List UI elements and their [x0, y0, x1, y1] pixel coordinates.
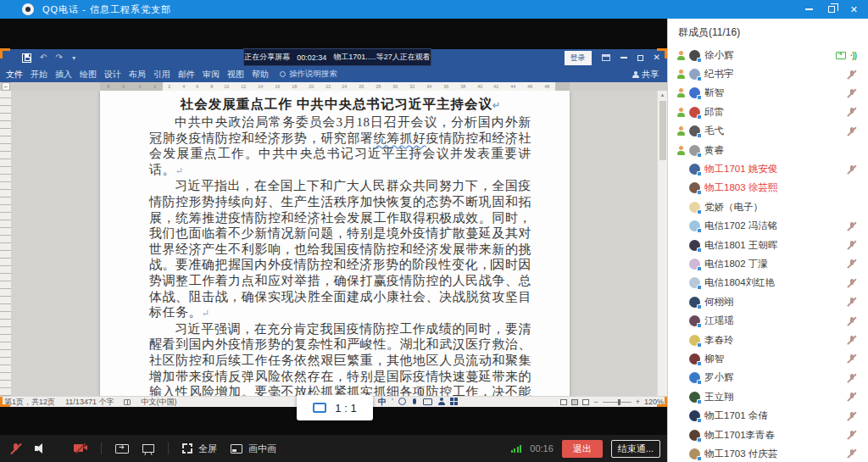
- avatar: [689, 202, 700, 213]
- member-row[interactable]: 邱雷: [668, 103, 868, 121]
- ribbon-tab-9[interactable]: 审阅: [203, 69, 220, 81]
- camera-off-icon[interactable]: [74, 443, 87, 454]
- muted-mic-icon[interactable]: [847, 316, 856, 326]
- word-minimize-icon[interactable]: [620, 57, 627, 58]
- vertical-scrollbar[interactable]: ▲: [657, 91, 667, 396]
- muted-mic-icon[interactable]: [847, 88, 856, 98]
- member-row[interactable]: 罗小辉: [668, 369, 868, 387]
- pen-icon[interactable]: ʼ: [392, 398, 393, 406]
- muted-mic-icon[interactable]: [847, 411, 856, 421]
- muted-mic-icon[interactable]: [847, 392, 856, 402]
- member-row[interactable]: 江瑶瑶: [668, 311, 868, 330]
- picture-in-picture-icon[interactable]: [231, 444, 242, 454]
- person-tray-icon[interactable]: [437, 398, 445, 405]
- member-row[interactable]: 电信1804刘红艳: [668, 274, 868, 292]
- muted-mic-icon[interactable]: [847, 70, 856, 80]
- pip-label[interactable]: 画中画: [248, 443, 276, 455]
- save-icon[interactable]: [22, 53, 31, 63]
- word-login-button[interactable]: 登录: [565, 51, 592, 65]
- ribbon-tab-7[interactable]: 引用: [153, 69, 170, 81]
- tab-stop-selector[interactable]: ⌐: [2, 82, 10, 91]
- mic-tray-icon[interactable]: [413, 398, 416, 404]
- member-row[interactable]: 黄睿: [668, 141, 868, 159]
- muted-mic-icon[interactable]: [847, 353, 856, 364]
- ribbon-tab-5[interactable]: 设计: [104, 69, 121, 81]
- word-count[interactable]: 11/13471 个字: [65, 397, 114, 408]
- muted-mic-icon[interactable]: [847, 278, 856, 288]
- scrollbar-thumb[interactable]: [659, 101, 666, 160]
- word-restore-icon[interactable]: [637, 55, 643, 61]
- member-row[interactable]: 电信1802 丁濛: [668, 254, 868, 273]
- ribbon-tab-11[interactable]: 帮助: [252, 69, 269, 81]
- microphone-muted-icon[interactable]: [10, 443, 21, 455]
- member-row[interactable]: 电信1801 王朝晖: [668, 236, 868, 254]
- language-indicator[interactable]: 中文(中国): [141, 397, 176, 408]
- scroll-up-icon[interactable]: ▲: [658, 91, 667, 97]
- muted-mic-icon[interactable]: [847, 107, 856, 117]
- member-row[interactable]: 何栩翊: [668, 292, 868, 311]
- muted-mic-icon[interactable]: [847, 259, 856, 269]
- ime-indicator[interactable]: 中: [378, 398, 387, 406]
- ribbon-tab-10[interactable]: 视图: [227, 69, 244, 81]
- member-row[interactable]: 电信1702 冯洁铭: [668, 217, 868, 236]
- member-row[interactable]: 物工1701 余倩: [668, 406, 868, 425]
- member-row[interactable]: 物工1803 徐芸熙: [668, 179, 868, 198]
- member-row[interactable]: 毛弋: [668, 122, 868, 141]
- member-row[interactable]: 物工1701 姚安俊: [668, 159, 868, 178]
- fullscreen-icon[interactable]: [182, 443, 192, 454]
- document-page[interactable]: 社会发展重点工作 中共中央总书记习近平主持会议↵ 中共中央政治局常务委员会3月1…: [100, 91, 570, 396]
- minimize-icon[interactable]: [805, 8, 813, 10]
- ribbon-tab-8[interactable]: 邮件: [178, 69, 195, 81]
- fullscreen-label[interactable]: 全屏: [198, 443, 217, 455]
- member-row[interactable]: 李春玲: [668, 331, 868, 349]
- ribbon-tab-6[interactable]: 布局: [129, 69, 146, 81]
- ribbon-tab-1[interactable]: 文件: [6, 69, 23, 81]
- close-icon[interactable]: ✕: [850, 5, 858, 14]
- screen-share-icon[interactable]: [115, 444, 129, 454]
- muted-mic-icon[interactable]: [847, 430, 856, 440]
- muted-mic-icon[interactable]: [847, 164, 856, 175]
- zoom-slider[interactable]: [603, 402, 632, 403]
- page-indicator[interactable]: 第1页，共12页: [4, 397, 55, 408]
- word-share-button[interactable]: 共享: [632, 69, 659, 81]
- clock-icon[interactable]: [398, 398, 406, 405]
- member-row[interactable]: 党娇（电子）: [668, 198, 868, 216]
- undo-icon[interactable]: ↶: [40, 53, 47, 62]
- muted-mic-icon[interactable]: [847, 335, 856, 345]
- muted-mic-icon[interactable]: [847, 221, 856, 231]
- muted-mic-icon[interactable]: [847, 448, 856, 459]
- ribbon-tab-2[interactable]: 开始: [31, 69, 47, 81]
- restore-icon[interactable]: [828, 6, 835, 13]
- member-row[interactable]: 王立翔: [668, 387, 868, 406]
- exit-button[interactable]: 退出: [562, 440, 603, 458]
- actual-size-popup[interactable]: 1 : 1: [297, 395, 373, 420]
- member-row[interactable]: 物工1703 付庆芸: [668, 444, 868, 462]
- ribbon-tab-4[interactable]: 绘图: [80, 69, 97, 81]
- muted-mic-icon[interactable]: [847, 240, 856, 250]
- member-row[interactable]: 徐小辉 ·)): [668, 46, 868, 64]
- redo-icon[interactable]: ↷: [55, 53, 62, 62]
- grid-icon[interactable]: [450, 398, 458, 405]
- muted-mic-icon[interactable]: [847, 126, 856, 136]
- zoom-in-icon[interactable]: +: [636, 398, 640, 406]
- web-layout-icon[interactable]: [582, 399, 589, 405]
- end-call-button[interactable]: 结束通...: [611, 440, 660, 458]
- member-row[interactable]: 柳智: [668, 349, 868, 368]
- keyboard-icon[interactable]: [423, 398, 432, 405]
- zoom-slider-thumb[interactable]: [618, 399, 620, 405]
- speaker-icon[interactable]: [35, 443, 47, 454]
- whiteboard-icon[interactable]: [142, 444, 154, 453]
- member-row[interactable]: 纪书宇: [668, 64, 868, 83]
- proofing-icon[interactable]: [124, 399, 131, 405]
- chevron-down-icon[interactable]: ▼: [71, 55, 77, 61]
- ribbon-tab-3[interactable]: 插入: [55, 69, 72, 81]
- tell-me-search[interactable]: 操作说明搜索: [280, 69, 337, 80]
- read-mode-icon[interactable]: [560, 399, 567, 405]
- print-layout-icon[interactable]: [571, 399, 578, 405]
- muted-mic-icon[interactable]: [847, 297, 856, 307]
- member-row[interactable]: 物工1701李青春: [668, 426, 868, 444]
- member-row[interactable]: 靳智: [668, 84, 868, 103]
- muted-mic-icon[interactable]: [847, 373, 856, 383]
- ribbon-display-icon[interactable]: [602, 54, 610, 61]
- zoom-out-icon[interactable]: −: [593, 398, 598, 406]
